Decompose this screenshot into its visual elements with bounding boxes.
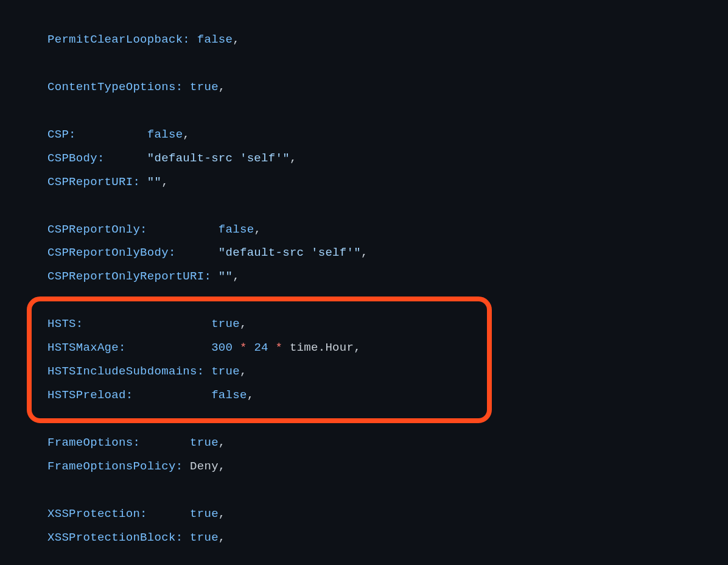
- code-key: HSTSMaxAge:: [47, 341, 126, 354]
- code-pad: [76, 128, 147, 141]
- code-end: ,: [233, 270, 240, 283]
- code-end: ,: [240, 365, 247, 378]
- code-pad: [105, 152, 147, 165]
- code-key: XSSProtectionBlock:: [47, 531, 183, 544]
- code-value: true: [190, 507, 219, 521]
- code-end: ,: [219, 436, 226, 449]
- code-end: ,: [290, 152, 297, 165]
- code-number: 300: [211, 341, 233, 354]
- code-key: CSPReportOnly:: [47, 223, 147, 236]
- code-pad: [183, 460, 190, 473]
- code-value: true: [190, 80, 219, 94]
- code-pad: [126, 341, 211, 354]
- code-pad: [147, 507, 190, 521]
- code-value: false: [147, 128, 183, 141]
- code-line-empty: [47, 52, 728, 75]
- code-line: XSSProtection: true,: [47, 502, 728, 526]
- code-pad: [183, 531, 190, 544]
- code-line: CSPReportOnlyReportURI: "",: [47, 265, 728, 289]
- code-line: CSPReportOnlyBody: "default-src 'self'",: [47, 241, 728, 265]
- code-line: CSP: false,: [47, 123, 728, 147]
- code-pad: [176, 246, 219, 259]
- code-end: ,: [254, 223, 261, 236]
- code-end: ,: [219, 531, 226, 544]
- code-pad: [190, 33, 197, 46]
- code-line: XSSProtectionBlock: true,: [47, 526, 728, 550]
- code-line-empty: [47, 289, 728, 312]
- code-end: ,: [240, 317, 247, 331]
- code-line-empty: [47, 99, 728, 123]
- code-key: HSTS:: [47, 317, 83, 331]
- code-key: HSTSPreload:: [47, 388, 133, 402]
- code-value: false: [197, 33, 233, 46]
- code-value: "default-src 'self'": [219, 246, 361, 259]
- code-pad: [183, 80, 190, 94]
- code-block: PermitClearLoopback: false, ContentTypeO…: [47, 28, 728, 550]
- code-value: true: [190, 531, 219, 544]
- code-value: false: [211, 388, 247, 402]
- code-line: PermitClearLoopback: false,: [47, 28, 728, 52]
- code-pad: [133, 388, 211, 402]
- code-line: FrameOptionsPolicy: Deny,: [47, 455, 728, 479]
- code-value: "default-src 'self'": [147, 152, 290, 165]
- code-line: HSTSPreload: false,: [47, 384, 728, 407]
- code-pad: [211, 270, 219, 283]
- code-line-empty: [47, 407, 728, 431]
- code-line: HSTS: true,: [47, 312, 728, 336]
- code-rest: time.Hour,: [290, 341, 361, 354]
- code-value: Deny,: [190, 460, 226, 473]
- code-end: ,: [361, 246, 368, 259]
- code-pad: [204, 365, 211, 378]
- code-number: 24: [254, 341, 268, 354]
- code-op: *: [233, 341, 254, 354]
- code-op: *: [268, 341, 290, 354]
- code-line-empty: [47, 479, 728, 502]
- code-key: XSSProtection:: [47, 507, 147, 521]
- code-line: HSTSIncludeSubdomains: true,: [47, 360, 728, 384]
- code-key: ContentTypeOptions:: [47, 80, 183, 94]
- code-value: false: [219, 223, 254, 236]
- code-end: ,: [219, 80, 226, 94]
- code-key: FrameOptions:: [47, 436, 140, 449]
- code-end: ,: [219, 507, 226, 521]
- code-line: FrameOptions: true,: [47, 431, 728, 455]
- code-pad: [140, 436, 190, 449]
- code-pad: [140, 175, 147, 189]
- code-key: CSPReportOnlyBody:: [47, 246, 176, 259]
- code-pad: [83, 317, 212, 331]
- code-line: ContentTypeOptions: true,: [47, 75, 728, 99]
- code-value: true: [190, 436, 219, 449]
- code-key: CSPBody:: [47, 152, 105, 165]
- code-line: CSPBody: "default-src 'self'",: [47, 147, 728, 170]
- code-value: true: [211, 317, 240, 331]
- code-end: ,: [161, 175, 169, 189]
- code-value: true: [211, 365, 240, 378]
- code-line: HSTSMaxAge: 300 * 24 * time.Hour,: [47, 336, 728, 360]
- code-value: "": [147, 175, 161, 189]
- code-key: CSPReportOnlyReportURI:: [47, 270, 211, 283]
- code-end: ,: [183, 128, 190, 141]
- code-end: ,: [247, 388, 254, 402]
- code-key: HSTSIncludeSubdomains:: [47, 365, 204, 378]
- code-line: CSPReportOnly: false,: [47, 218, 728, 242]
- code-key: FrameOptionsPolicy:: [47, 460, 183, 473]
- code-key: PermitClearLoopback:: [47, 33, 190, 46]
- code-value: "": [219, 270, 233, 283]
- code-line-empty: [47, 194, 728, 218]
- code-key: CSPReportURI:: [47, 175, 140, 189]
- code-pad: [147, 223, 219, 236]
- code-end: ,: [233, 33, 240, 46]
- code-key: CSP:: [47, 128, 76, 141]
- code-line: CSPReportURI: "",: [47, 170, 728, 194]
